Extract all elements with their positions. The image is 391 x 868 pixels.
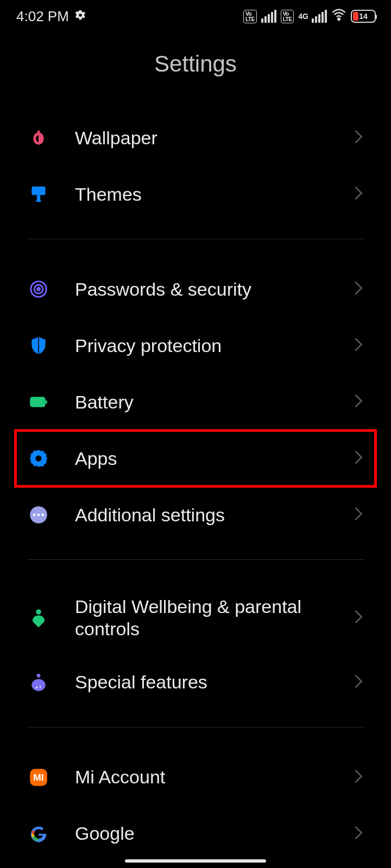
page-title: Settings xyxy=(0,33,391,110)
settings-item-mi-account[interactable]: MI Mi Account xyxy=(0,749,391,806)
settings-item-additional-settings[interactable]: Additional settings xyxy=(0,487,391,543)
status-bar: 4:02 PM VoLTE VoLTE 4G 14 xyxy=(0,0,391,33)
google-logo-icon xyxy=(27,822,50,845)
section-system: Passwords & security Privacy protection … xyxy=(0,261,391,543)
settings-item-label: Special features xyxy=(75,671,353,693)
svg-point-14 xyxy=(36,609,41,615)
volte-icon: VoLTE xyxy=(243,10,257,23)
settings-item-battery[interactable]: Battery xyxy=(0,374,391,430)
chevron-right-icon xyxy=(353,280,364,298)
more-icon xyxy=(27,503,50,526)
battery-percent: 14 xyxy=(352,12,375,21)
chevron-right-icon xyxy=(353,609,364,627)
section-accounts: MI Mi Account Google xyxy=(0,749,391,862)
svg-rect-7 xyxy=(30,397,45,407)
settings-item-label: Privacy protection xyxy=(75,335,353,357)
section-wellbeing: Digital Wellbeing & parental controls Sp… xyxy=(0,582,391,711)
gear-icon xyxy=(74,8,86,25)
chevron-right-icon xyxy=(353,825,364,843)
chevron-right-icon xyxy=(353,129,364,146)
network-type: 4G xyxy=(298,12,308,21)
volte-icon: VoLTE xyxy=(281,10,294,23)
section-appearance: Wallpaper Themes xyxy=(0,110,391,222)
svg-point-0 xyxy=(338,18,340,20)
settings-item-label: Google xyxy=(75,822,353,845)
svg-point-13 xyxy=(42,514,45,516)
svg-point-16 xyxy=(31,679,45,691)
settings-item-wallpaper[interactable]: Wallpaper xyxy=(0,110,391,166)
chevron-right-icon xyxy=(353,506,364,524)
settings-item-apps[interactable]: Apps xyxy=(15,430,376,487)
settings-item-label: Digital Wellbeing & parental controls xyxy=(75,596,353,640)
svg-point-11 xyxy=(33,514,36,516)
signal-icon xyxy=(312,10,327,23)
person-heart-icon xyxy=(27,607,50,629)
mi-logo-icon: MI xyxy=(27,766,50,789)
settings-item-label: Wallpaper xyxy=(75,127,353,149)
signal-icon xyxy=(261,10,276,23)
gesture-bar xyxy=(125,859,266,863)
svg-rect-2 xyxy=(37,195,40,201)
settings-item-google[interactable]: Google xyxy=(0,806,391,862)
brush-icon xyxy=(27,183,50,206)
battery-icon xyxy=(27,391,50,413)
chevron-right-icon xyxy=(353,674,364,691)
svg-point-18 xyxy=(40,686,41,687)
fingerprint-icon xyxy=(27,278,50,301)
settings-item-digital-wellbeing[interactable]: Digital Wellbeing & parental controls xyxy=(0,582,391,654)
settings-item-label: Themes xyxy=(75,183,353,206)
chevron-right-icon xyxy=(353,450,364,467)
shield-icon xyxy=(27,334,50,357)
settings-item-passwords-security[interactable]: Passwords & security xyxy=(0,261,391,317)
svg-point-9 xyxy=(35,455,41,461)
status-left: 4:02 PM xyxy=(16,8,86,25)
svg-rect-3 xyxy=(36,200,41,202)
clock: 4:02 PM xyxy=(16,8,69,25)
chevron-right-icon xyxy=(353,337,364,354)
svg-text:MI: MI xyxy=(33,772,43,783)
svg-point-12 xyxy=(37,514,40,516)
status-right: VoLTE VoLTE 4G 14 xyxy=(243,7,376,26)
settings-item-privacy-protection[interactable]: Privacy protection xyxy=(0,317,391,374)
battery-icon: 14 xyxy=(351,10,376,23)
svg-rect-1 xyxy=(31,187,45,195)
svg-point-6 xyxy=(37,288,40,291)
settings-item-label: Passwords & security xyxy=(75,278,353,301)
svg-rect-8 xyxy=(46,400,47,404)
chevron-right-icon xyxy=(353,186,364,203)
gear-icon xyxy=(27,447,50,470)
divider xyxy=(27,727,364,727)
chevron-right-icon xyxy=(353,769,364,786)
flask-icon xyxy=(27,671,50,694)
settings-item-label: Mi Account xyxy=(75,766,353,788)
flower-icon xyxy=(27,126,50,149)
settings-item-themes[interactable]: Themes xyxy=(0,166,391,222)
chevron-right-icon xyxy=(353,393,364,411)
svg-rect-15 xyxy=(37,674,40,677)
settings-item-special-features[interactable]: Special features xyxy=(0,654,391,711)
divider xyxy=(27,559,364,560)
divider xyxy=(27,239,364,239)
settings-item-label: Additional settings xyxy=(75,504,353,526)
settings-item-label: Apps xyxy=(75,448,353,470)
svg-point-17 xyxy=(36,687,37,688)
wifi-icon xyxy=(331,7,346,26)
settings-item-label: Battery xyxy=(75,391,353,413)
